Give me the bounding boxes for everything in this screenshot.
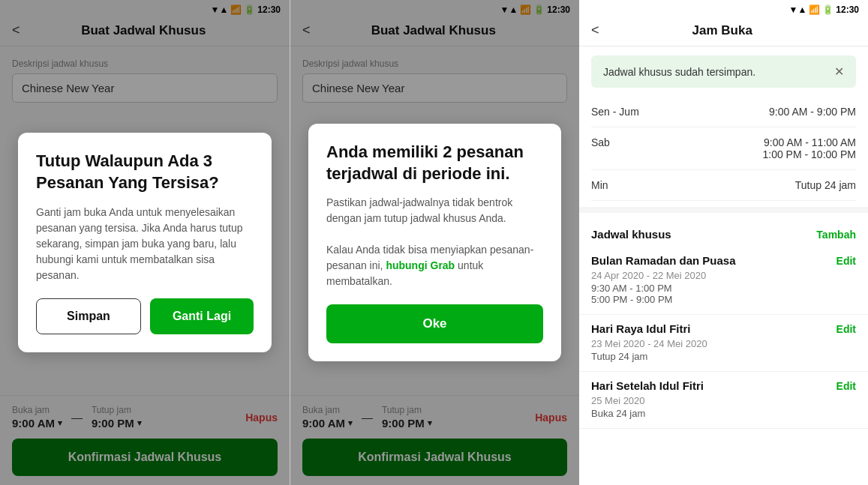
success-text: Jadwal khusus sudah tersimpan. [603,66,755,78]
special-item-date-0: 24 Apr 2020 - 22 Mei 2020 [591,270,856,281]
section-divider [579,207,868,213]
ganti-lagi-button[interactable]: Ganti Lagi [150,298,254,334]
status-icons-3: ▼▲ 📶 🔋 12:30 [789,4,859,15]
schedule-times-2: Tutup 24 jam [795,179,856,191]
schedule-day-2: Min [591,179,651,191]
modal-body-2: Pastikan jadwal-jadwalnya tidak bentrok … [326,195,543,289]
schedule-times-0: 9:00 AM - 9:00 PM [769,106,856,118]
grab-link[interactable]: hubungi Grab [386,259,455,271]
success-banner: Jadwal khusus sudah tersimpan. ✕ [591,55,856,88]
modal-overlay-1: Tutup Walaupun Ada 3 Pesanan Yang Tersis… [0,0,290,485]
schedule-times-1: 9:00 AM - 11:00 AM 1:00 PM - 10:00 PM [762,136,856,160]
edit-button-1[interactable]: Edit [836,323,856,335]
modal-card-1: Tutup Walaupun Ada 3 Pesanan Yang Tersis… [18,133,272,352]
special-item-header-1: Hari Raya Idul Fitri Edit [591,322,856,335]
special-item-time-2a: Buka 24 jam [591,408,856,419]
wifi-icon-3: 📶 [809,4,820,15]
screen-header-3: < Jam Buka [579,19,868,46]
modal-body-1: Ganti jam buka Anda untuk menyelesaikan … [36,205,254,283]
special-item-header-2: Hari Setelah Idul Fitri Edit [591,379,856,392]
close-banner-button[interactable]: ✕ [834,64,844,79]
oke-button[interactable]: Oke [326,304,543,343]
modal-overlay-2: Anda memiliki 2 pesanan terjadwal di per… [290,0,579,485]
battery-icon-3: 🔋 [822,4,833,15]
status-bar-3: ▼▲ 📶 🔋 12:30 [579,0,868,19]
special-item-date-2: 25 Mei 2020 [591,395,856,406]
special-schedules-header: Jadwal khusus Tambah [579,219,868,247]
special-item-name-0: Bulan Ramadan dan Puasa [591,254,736,267]
schedule-time-1-1: 1:00 PM - 10:00 PM [762,148,856,160]
special-item-time-0b: 5:00 PM - 9:00 PM [591,294,856,305]
special-item-header-0: Bulan Ramadan dan Puasa Edit [591,254,856,267]
modal-body-text-2a: Pastikan jadwal-jadwalnya tidak bentrok … [326,196,512,224]
schedule-time-0-0: 9:00 AM - 9:00 PM [769,106,856,118]
schedule-section: Sen - Jum 9:00 AM - 9:00 PM Sab 9:00 AM … [579,97,868,201]
modal-title-1: Tutup Walaupun Ada 3 Pesanan Yang Tersis… [36,151,254,193]
back-button-3[interactable]: < [591,22,599,38]
special-item-time-0a: 9:30 AM - 1:00 PM [591,283,856,294]
special-item-1: Hari Raya Idul Fitri Edit 23 Mei 2020 - … [579,315,868,372]
time-display-3: 12:30 [836,4,859,15]
special-item-name-2: Hari Setelah Idul Fitri [591,379,704,392]
special-item-date-1: 23 Mei 2020 - 24 Mei 2020 [591,338,856,349]
panel-1: ▼▲ 📶 🔋 12:30 < Buat Jadwal Khusus Deskri… [0,0,290,485]
special-item-0: Bulan Ramadan dan Puasa Edit 24 Apr 2020… [579,247,868,315]
edit-button-2[interactable]: Edit [836,380,856,392]
schedule-day-0: Sen - Jum [591,106,651,118]
schedule-time-1-0: 9:00 AM - 11:00 AM [762,136,856,148]
tambah-button[interactable]: Tambah [816,229,856,241]
special-item-time-1a: Tutup 24 jam [591,351,856,362]
edit-button-0[interactable]: Edit [836,255,856,267]
panel-3: ▼▲ 📶 🔋 12:30 < Jam Buka Jadwal khusus su… [579,0,868,485]
schedule-row-0: Sen - Jum 9:00 AM - 9:00 PM [591,97,856,127]
simpan-button[interactable]: Simpan [36,298,141,334]
special-item-name-1: Hari Raya Idul Fitri [591,322,691,335]
modal-title-2: Anda memiliki 2 pesanan terjadwal di per… [326,142,543,184]
schedule-row-2: Min Tutup 24 jam [591,170,856,201]
schedule-time-2-0: Tutup 24 jam [795,179,856,191]
screen-title-3: Jam Buka [611,23,833,38]
special-title: Jadwal khusus [591,228,671,241]
special-item-2: Hari Setelah Idul Fitri Edit 25 Mei 2020… [579,372,868,429]
modal-card-2: Anda memiliki 2 pesanan terjadwal di per… [308,124,561,361]
schedule-day-1: Sab [591,136,651,148]
signal-icon-3: ▼▲ [789,4,807,15]
modal-actions-1: Simpan Ganti Lagi [36,298,254,334]
schedule-row-1: Sab 9:00 AM - 11:00 AM 1:00 PM - 10:00 P… [591,127,856,170]
panel-2: ▼▲ 📶 🔋 12:30 < Buat Jadwal Khusus Deskri… [290,0,579,485]
